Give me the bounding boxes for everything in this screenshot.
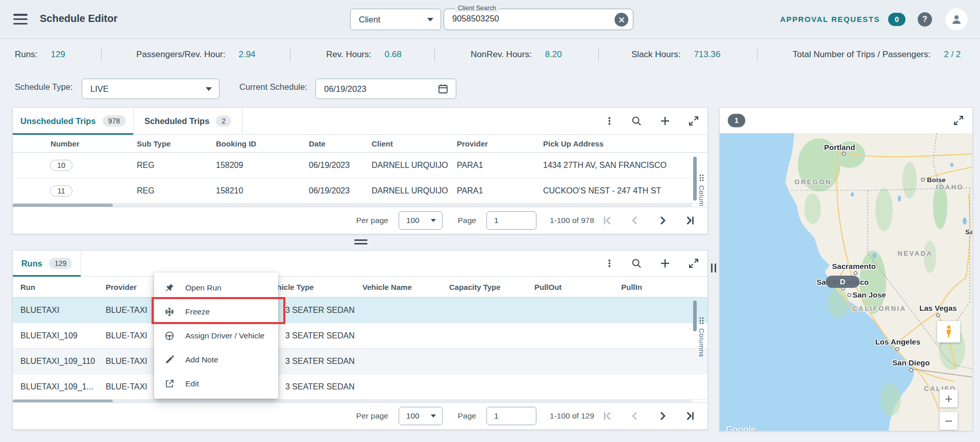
page-label: Page [458,411,476,421]
pushpin-icon [164,283,175,293]
vertical-scrollbar-thumb[interactable] [693,301,697,331]
page-input[interactable]: 1 [486,211,536,230]
per-page-select[interactable]: 100 [399,407,443,425]
panel-resize-handle-vertical[interactable] [711,263,716,273]
per-page-label: Per page [356,216,388,225]
search-icon[interactable] [631,115,642,127]
zoom-in-button[interactable]: + [940,389,958,407]
drag-grip-icon [699,317,704,325]
tab-unscheduled-trips[interactable]: Unscheduled Trips 978 [13,108,134,134]
stats-bar: Runs: 129 Passengers/Rev. Hour: 2.94 Rev… [0,38,980,70]
first-page-icon[interactable] [601,410,614,422]
more-options-icon[interactable] [605,259,614,268]
column-header-sub-type[interactable]: Sub Type [137,139,216,148]
run-context-menu: Open Run Freeze Assign Driver / Vehicle … [154,273,278,399]
pagination-arrows [601,214,696,227]
menu-item-add-note[interactable]: Add Note [154,348,278,372]
column-header-run[interactable]: Run [13,283,98,291]
tab-count-badge: 129 [49,258,72,269]
next-page-icon[interactable] [656,214,669,227]
first-page-icon[interactable] [601,214,614,227]
schedule-type-select[interactable]: LIVE [82,79,219,99]
pegman-control[interactable] [937,321,960,342]
table-row[interactable]: 11 REG 158210 06/19/2023 DARNELL URQUIJO… [13,178,707,204]
stat-value: 8.20 [545,50,562,60]
map-label-san-jose: San Jose [852,290,886,299]
table-row[interactable]: BLUETAXI_109_110 BLUE-TAXI 3 SEATER SEDA… [13,349,707,374]
columns-panel-toggle[interactable]: Columns [698,174,705,209]
zoom-out-button[interactable]: − [940,412,958,430]
clear-icon[interactable] [615,13,628,27]
client-search-field[interactable]: Client Search 9058503250 [444,9,633,30]
map-label-las-vegas: Las Vegas [919,304,957,312]
stat-value: 2.94 [238,50,255,60]
map-label-sa-cut: Sa [965,228,973,236]
page-input[interactable]: 1 [486,407,536,425]
next-page-icon[interactable] [656,410,669,422]
previous-page-icon[interactable] [629,410,641,422]
approval-count-badge: 0 [888,13,905,26]
expand-icon[interactable] [953,115,964,126]
tab-label: Scheduled Trips [144,116,209,126]
column-header-client[interactable]: Client [372,139,457,148]
stat-value: 2 / 2 [944,50,961,60]
column-header-vehicle-name[interactable]: Vehicle Name [355,283,442,291]
column-header-pullout[interactable]: PullOut [527,283,614,291]
map-attribution: Google [726,425,756,431]
last-page-icon[interactable] [684,214,696,227]
table-row[interactable]: BLUETAXI_109_1... BLUE-TAXI 3 SEATER SED… [13,374,707,400]
pegman-icon [944,325,953,339]
stat-total-trips-passengers: Total Number of Trips / Passengers: 2 / … [793,39,961,70]
column-header-booking-id[interactable]: Booking ID [216,139,309,148]
expand-icon[interactable] [688,258,699,269]
trip-number-chip: 11 [50,185,72,197]
add-icon[interactable] [659,115,671,127]
page-label: Page [458,216,476,225]
cell-sub-type: REG [137,186,216,195]
last-page-icon[interactable] [684,410,696,422]
vertical-scrollbar-thumb[interactable] [693,157,697,201]
tab-runs[interactable]: Runs 129 [13,251,81,276]
menu-icon[interactable] [13,14,28,24]
map-label-san-diego: San Diego [892,358,929,367]
trips-panel-actions [605,108,699,134]
approval-requests-button[interactable]: APPROVAL REQUESTS [780,15,880,23]
columns-panel-toggle[interactable]: Columns [698,317,705,357]
cell-client: DARNELL URQUIJO [372,186,457,195]
map-label-portland: Portland [824,143,855,152]
column-header-provider[interactable]: Provider [457,139,543,148]
map-canvas[interactable]: Portland OREGON Boise IDAHO Sa NEVADA Sa… [720,133,973,431]
current-schedule-date-field[interactable]: 06/19/2023 [315,79,456,99]
help-icon[interactable]: ? [918,12,932,27]
chevron-down-icon [431,219,436,222]
tab-scheduled-trips[interactable]: Scheduled Trips 2 [134,108,242,134]
pagination-range: 1-100 of 129 [550,411,594,421]
column-header-capacity-type[interactable]: Capacity Type [442,283,527,291]
stat-rev-hours: Rev. Hours: 0.68 [326,39,402,70]
client-type-select[interactable]: Client [350,9,441,30]
previous-page-icon[interactable] [629,214,641,227]
expand-icon[interactable] [688,115,699,127]
column-header-date[interactable]: Date [309,139,372,148]
search-icon[interactable] [631,258,642,269]
trips-table-header: Number Sub Type Booking ID Date Client P… [13,135,707,153]
menu-item-open-run[interactable]: Open Run [154,276,278,300]
add-icon[interactable] [659,257,671,269]
runs-table-header: Run Provider Vehicle Type Vehicle Name C… [13,277,707,298]
menu-item-label: Edit [185,379,199,388]
menu-item-assign-driver-vehicle[interactable]: Assign Driver / Vehicle [154,324,278,348]
map-label-california: CALIFORNIA [852,305,906,312]
cell-pickup-address: 1434 27TH AV, SAN FRANCISCO [543,161,707,170]
column-header-number[interactable]: Number [13,139,137,148]
column-header-pickup-address[interactable]: Pick Up Address [543,139,707,148]
table-row[interactable]: BLUETAXI_109 BLUE-TAXI 3 SEATER SEDAN [13,323,707,349]
per-page-select[interactable]: 100 [399,211,443,230]
app-header: Schedule Editor Client Client Search 905… [0,0,980,38]
more-options-icon[interactable] [605,116,614,126]
stat-value: 129 [51,50,65,60]
table-row[interactable]: BLUETAXI BLUE-TAXI 3 SEATER SEDAN [13,298,707,323]
panel-resize-handle-horizontal[interactable] [354,239,368,244]
table-row[interactable]: 10 REG 158209 06/19/2023 DARNELL URQUIJO… [13,153,707,178]
avatar[interactable] [945,8,968,31]
menu-item-edit[interactable]: Edit [154,372,278,396]
